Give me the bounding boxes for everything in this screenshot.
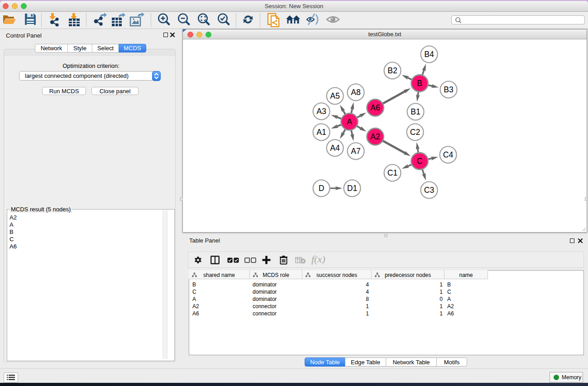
svg-text:B: B (417, 79, 422, 88)
svg-text:B2: B2 (387, 66, 397, 75)
svg-text:C: C (417, 157, 423, 166)
svg-text:B4: B4 (424, 50, 434, 59)
svg-text:A2: A2 (370, 132, 380, 141)
svg-text:A4: A4 (330, 143, 340, 152)
svg-text:A8: A8 (351, 88, 360, 97)
svg-text:C3: C3 (424, 186, 434, 195)
svg-text:A6: A6 (370, 103, 380, 112)
svg-text:D: D (319, 184, 325, 193)
svg-text:A: A (347, 117, 352, 126)
svg-text:A3: A3 (316, 107, 326, 116)
svg-text:A1: A1 (316, 128, 326, 137)
svg-text:B1: B1 (411, 107, 420, 116)
svg-text:C1: C1 (387, 168, 397, 177)
svg-text:A5: A5 (330, 91, 339, 100)
svg-text:C2: C2 (410, 128, 420, 137)
svg-text:C4: C4 (443, 150, 454, 159)
svg-text:A7: A7 (351, 147, 360, 156)
svg-text:B3: B3 (444, 85, 453, 94)
svg-text:D1: D1 (347, 184, 357, 193)
